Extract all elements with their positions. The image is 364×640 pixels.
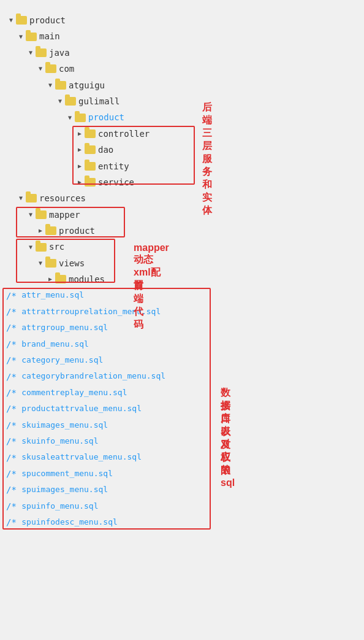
sql-file-skusaleattrvalue[interactable]: /* skusaleattrvalue_menu.sql: [0, 450, 364, 466]
sql-label-attrattrgroup: attrattrrouprelation_menu.sql: [21, 306, 161, 318]
arrow-dao: [75, 145, 85, 155]
arrow-src: [26, 242, 36, 252]
tree-node-controller[interactable]: controller: [0, 126, 364, 142]
folder-icon-com: [45, 64, 56, 73]
folder-icon-product: [16, 16, 27, 25]
folder-icon-product-pkg: [75, 114, 86, 122]
sql-file-categorybrand[interactable]: /* categorybrandrelation_menu.sql: [0, 369, 364, 385]
arrow-modules: [45, 274, 55, 284]
tree-node-product[interactable]: product: [0, 12, 364, 28]
tree-node-entity[interactable]: entity: [0, 158, 364, 174]
arrow-controller: [75, 129, 85, 139]
folder-icon-entity: [85, 162, 96, 171]
node-label-resources: resources: [39, 191, 86, 205]
sql-label-brand: brand_menu.sql: [21, 338, 89, 351]
node-label-main: main: [39, 29, 60, 43]
tree-node-mapper[interactable]: mapper: [0, 207, 364, 223]
arrow-java: [26, 48, 36, 58]
arrow-views: [36, 258, 45, 268]
sql-label-attrgroup: attrgroup_menu.sql: [21, 322, 108, 334]
folder-icon-controller: [85, 129, 96, 138]
folder-icon-atguigu: [55, 81, 66, 90]
sql-label-spuimages: spuimages_menu.sql: [21, 484, 108, 496]
node-label-controller: controller: [98, 127, 150, 141]
folder-icon-java: [36, 48, 47, 57]
tree-node-src[interactable]: src: [0, 239, 364, 255]
node-label-com: com: [59, 62, 74, 75]
sql-file-attrattrgroup[interactable]: /* attrattrrouprelation_menu.sql: [0, 304, 364, 320]
sql-label-spuinfo: spuinfo_menu.sql: [21, 500, 98, 513]
sql-label-skuimages: skuimages_menu.sql: [21, 419, 108, 432]
node-label-entity: entity: [98, 160, 129, 173]
sql-label-productattrvalue: productattrvalue_menu.sql: [21, 403, 142, 415]
sql-label-categorybrand: categorybrandrelation_menu.sql: [21, 370, 165, 383]
folder-icon-src: [36, 243, 47, 252]
arrow-gulimall: [55, 96, 65, 106]
sql-file-spuimages[interactable]: /* spuimages_menu.sql: [0, 482, 364, 498]
sql-file-commentreplay[interactable]: /* commentreplay_menu.sql: [0, 385, 364, 401]
sql-file-category[interactable]: /* category_menu.sql: [0, 352, 364, 368]
node-label-product: product: [29, 13, 66, 27]
node-label-src: src: [49, 240, 64, 253]
sql-file-skuinfo[interactable]: /* skuinfo_menu.sql: [0, 433, 364, 449]
sql-file-attrgroup[interactable]: /* attrgroup_menu.sql: [0, 320, 364, 336]
tree-node-dao[interactable]: dao: [0, 142, 364, 158]
folder-icon-views: [45, 259, 56, 268]
sql-file-productattrvalue[interactable]: /* productattrvalue_menu.sql: [0, 401, 364, 417]
node-label-atguigu: atguigu: [69, 79, 105, 92]
node-label-service: service: [98, 175, 134, 189]
sql-label-commentreplay: commentreplay_menu.sql: [21, 387, 127, 399]
tree-node-product-pkg[interactable]: product: [0, 109, 364, 125]
arrow-com: [36, 64, 45, 74]
tree-node-gulimall[interactable]: gulimall: [0, 93, 364, 109]
tree-node-atguigu[interactable]: atguigu: [0, 77, 364, 93]
sql-label-attr: attr_menu.sql: [21, 289, 84, 302]
sql-file-attr[interactable]: /* attr_menu.sql: [0, 288, 364, 304]
tree-node-resources[interactable]: resources: [0, 190, 364, 206]
sql-file-skuimages[interactable]: /* skuimages_menu.sql: [0, 417, 364, 433]
folder-icon-mapper: [36, 210, 47, 219]
tree-node-java[interactable]: java: [0, 45, 364, 61]
arrow-main: [16, 32, 26, 42]
folder-icon-main: [26, 33, 37, 41]
arrow-product-res: [36, 226, 45, 236]
tree-node-modules[interactable]: modules: [0, 271, 364, 287]
file-tree: product main java com atguigu: [0, 6, 364, 537]
arrow-product: [6, 15, 16, 25]
node-label-views: views: [59, 256, 85, 270]
sql-label-spucomment: spucomment_menu.sql: [21, 468, 113, 480]
folder-icon-service: [85, 178, 96, 187]
folder-icon-modules: [55, 275, 66, 283]
arrow-entity: [75, 161, 85, 171]
node-label-mapper: mapper: [49, 208, 80, 222]
tree-node-views[interactable]: views: [0, 255, 364, 271]
node-label-product-pkg: product: [88, 110, 124, 124]
sql-label-skusaleattrvalue: skusaleattrvalue_menu.sql: [21, 451, 142, 464]
sql-file-spucomment[interactable]: /* spucomment_menu.sql: [0, 466, 364, 482]
sql-file-brand[interactable]: /* brand_menu.sql: [0, 336, 364, 352]
tree-node-product-res[interactable]: product: [0, 223, 364, 239]
tree-node-service[interactable]: service: [0, 174, 364, 190]
tree-node-com[interactable]: com: [0, 61, 364, 77]
sql-label-category: category_menu.sql: [21, 354, 103, 367]
folder-icon-dao: [85, 145, 96, 154]
tree-node-main[interactable]: main: [0, 28, 364, 44]
arrow-resources: [16, 193, 26, 203]
arrow-product-pkg: [65, 113, 75, 123]
arrow-service: [75, 177, 85, 187]
node-label-modules: modules: [69, 272, 105, 286]
file-tree-layout: product main java com atguigu: [0, 6, 364, 537]
node-label-gulimall: gulimall: [78, 94, 119, 108]
arrow-atguigu: [45, 80, 55, 90]
arrow-mapper: [26, 210, 36, 220]
node-label-java: java: [49, 46, 70, 60]
folder-icon-gulimall: [65, 97, 76, 106]
sql-label-spuinfodesc: spuinfodesc_menu.sql: [21, 516, 118, 529]
node-label-dao: dao: [98, 143, 113, 156]
sql-file-spuinfodesc[interactable]: /* spuinfodesc_menu.sql: [0, 514, 364, 530]
folder-icon-product-res: [45, 226, 56, 235]
folder-icon-resources: [26, 194, 37, 202]
node-label-product-res: product: [59, 224, 95, 237]
sql-file-spuinfo[interactable]: /* spuinfo_menu.sql: [0, 498, 364, 514]
sql-label-skuinfo: skuinfo_menu.sql: [21, 435, 98, 448]
